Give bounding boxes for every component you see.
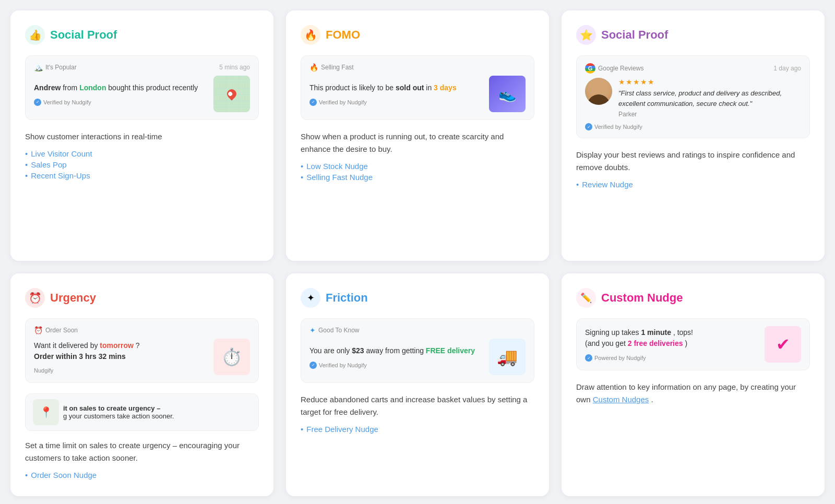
buyer-name: Andrew (34, 83, 61, 92)
social-proof-1-preview: 🏔️ It's Popular 5 mins ago Andrew from L… (25, 55, 259, 120)
card-grid: 👍 Social Proof 🏔️ It's Popular 5 mins ag… (10, 10, 825, 496)
secondary-text: it on sales to create urgency – g your c… (63, 404, 174, 420)
card-description: Set a time limit on sales to create urge… (25, 439, 259, 464)
branding: ✓ Powered by Nudgify (585, 354, 693, 362)
card-header: ⏰ Urgency (25, 288, 259, 308)
custom-nudges-link[interactable]: Custom Nudges (593, 395, 649, 404)
nudge-label: ⏰ Order Soon (34, 326, 78, 334)
card-description: Show customer interactions in real-time (25, 130, 259, 143)
card-custom-nudge: ✏️ Custom Nudge Signing up takes 1 minut… (562, 273, 825, 496)
nudge-body-text: Andrew from London bought this product r… (34, 82, 198, 93)
list-item: Free Delivery Nudge (301, 425, 534, 434)
nudge-body-text: Signing up takes 1 minute , tops! (and y… (585, 327, 693, 349)
card-links: Review Nudge (576, 180, 810, 189)
reviewer-name: Parker (618, 111, 801, 118)
map-preview-small: 📍 (33, 399, 59, 425)
list-item: Sales Pop (25, 160, 259, 169)
deliveries-text: 2 free deliveries (628, 339, 683, 347)
list-item: Order Soon Nudge (25, 471, 259, 479)
social-proof-2-icon: ⭐ (576, 25, 596, 45)
card-social-proof-1: 👍 Social Proof 🏔️ It's Popular 5 mins ag… (10, 10, 273, 261)
friction-title: Friction (326, 291, 368, 305)
free-delivery-text: FREE delivery (426, 346, 475, 355)
review-quote: "First class service, product and delive… (618, 88, 801, 109)
branding: Nudgify (34, 367, 140, 374)
live-visitor-count-link[interactable]: Live Visitor Count (31, 149, 92, 158)
friction-preview: ✦ Good To Know You are only $23 away fro… (301, 318, 534, 383)
check-image: ✔ (765, 326, 801, 363)
time-text: 1 minute (641, 328, 671, 337)
card-header: ✏️ Custom Nudge (576, 288, 810, 308)
card-header: 👍 Social Proof (25, 25, 259, 45)
shoe-image: 👟 (489, 76, 526, 112)
card-links: Low Stock Nudge Selling Fast Nudge (301, 162, 534, 182)
social-proof-2-title: Social Proof (601, 28, 668, 42)
branding-text: Nudgify (34, 367, 53, 374)
verified-text: Verified by Nudgify (319, 99, 367, 105)
nudge-label-text: Selling Fast (321, 64, 354, 71)
low-stock-nudge-link[interactable]: Low Stock Nudge (306, 162, 368, 171)
reviewer-avatar (585, 78, 612, 105)
card-social-proof-2: ⭐ Social Proof G Google Reviews 1 day ag… (562, 10, 825, 261)
verified-badge: ✓ Verified by Nudgify (309, 362, 475, 369)
card-urgency: ⏰ Urgency ⏰ Order Soon Want it delivered… (10, 273, 273, 496)
list-item: Selling Fast Nudge (301, 173, 534, 182)
timer-image: ⏱️ (213, 339, 250, 375)
verified-icon: ✓ (309, 99, 317, 106)
map-image (213, 76, 250, 112)
recent-signups-link[interactable]: Recent Sign-Ups (31, 171, 90, 180)
nudge-label-text: Good To Know (318, 327, 360, 334)
nudge-body-text: Want it delivered by tomorrow ? Order wi… (34, 340, 140, 362)
verified-text: Verified by Nudgify (594, 124, 642, 130)
verified-text: Verified by Nudgify (43, 99, 91, 105)
tomorrow-text: tomorrow (100, 341, 134, 350)
sales-pop-link[interactable]: Sales Pop (31, 160, 66, 169)
social-proof-1-title: Social Proof (50, 28, 117, 42)
verified-badge: ✓ Verified by Nudgify (309, 99, 457, 106)
card-header: ✦ Friction (301, 288, 534, 308)
verified-badge: ✓ Verified by Nudgify (585, 123, 801, 130)
fomo-preview: 🔥 Selling Fast This product is likely to… (301, 55, 534, 120)
nudge-body-text: This product is likely to be sold out in… (309, 82, 457, 93)
verified-icon: ✓ (585, 123, 592, 130)
card-header: ⭐ Social Proof (576, 25, 810, 45)
nudge-label: G Google Reviews (585, 63, 643, 74)
sold-out-text: sold out (396, 83, 424, 92)
card-description: Reduce abandoned carts and increase bask… (301, 393, 534, 418)
days-text: 3 days (434, 83, 457, 92)
nudge-label: 🏔️ It's Popular (34, 63, 77, 71)
verified-text: Verified by Nudgify (319, 362, 367, 368)
urgency-preview: ⏰ Order Soon Want it delivered by tomorr… (25, 318, 259, 383)
list-item: Recent Sign-Ups (25, 171, 259, 180)
card-header: 🔥 FOMO (301, 25, 534, 45)
order-soon-nudge-link[interactable]: Order Soon Nudge (31, 471, 97, 479)
verified-icon: ✓ (309, 362, 317, 369)
friction-icon: ✦ (301, 288, 320, 308)
review-nudge-link[interactable]: Review Nudge (582, 180, 633, 189)
powered-icon: ✓ (585, 354, 592, 362)
amount-text: $23 (352, 346, 364, 355)
card-description: Show when a product is running out, to c… (301, 130, 534, 155)
list-item: Review Nudge (576, 180, 810, 189)
selling-fast-nudge-link[interactable]: Selling Fast Nudge (306, 173, 373, 182)
fomo-icon: 🔥 (301, 25, 320, 45)
star-rating: ★★★★★ (618, 78, 801, 86)
urgency-icon: ⏰ (25, 288, 45, 308)
nudge-time: 5 mins ago (219, 64, 250, 71)
truck-image: 🚚 (489, 339, 526, 375)
order-time-text: Order within 3 hrs 32 mins (34, 352, 126, 361)
nudge-label-text: Order Soon (45, 327, 78, 334)
card-friction: ✦ Friction ✦ Good To Know You are only $… (286, 273, 549, 496)
card-links: Live Visitor Count Sales Pop Recent Sign… (25, 149, 259, 180)
free-delivery-nudge-link[interactable]: Free Delivery Nudge (306, 425, 378, 434)
powered-text: Powered by Nudgify (594, 355, 646, 361)
list-item: Low Stock Nudge (301, 162, 534, 171)
verified-icon: ✓ (34, 99, 41, 106)
nudge-label: ✦ Good To Know (309, 326, 360, 334)
social-proof-2-preview: G Google Reviews 1 day ago ★★★★★ "First … (576, 55, 810, 138)
nudge-label: 🔥 Selling Fast (309, 63, 354, 71)
custom-nudge-preview: Signing up takes 1 minute , tops! (and y… (576, 318, 810, 370)
google-icon: G (585, 63, 595, 74)
review-content: ★★★★★ "First class service, product and … (585, 78, 801, 118)
verified-badge: ✓ Verified by Nudgify (34, 99, 198, 106)
